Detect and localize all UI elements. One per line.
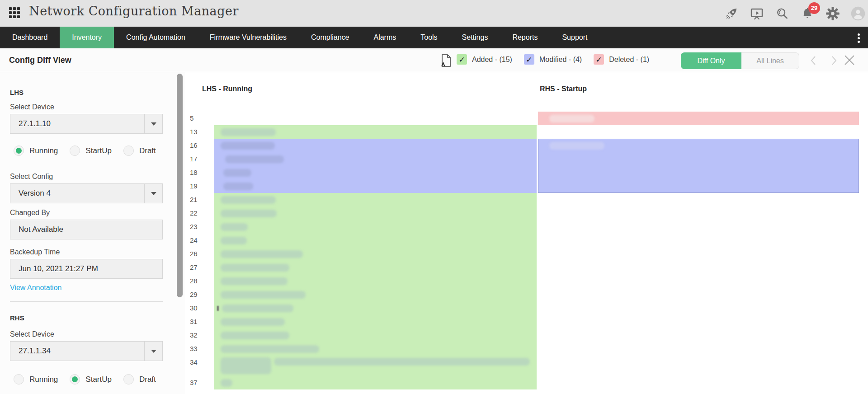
rocket-icon[interactable] (724, 6, 739, 21)
diff-rows: 513161718192122232426272829303132333437 (188, 112, 866, 389)
radio-circle[interactable] (123, 145, 134, 156)
legend-label: Added - (15) (472, 56, 512, 64)
radio-startup[interactable]: StartUp (70, 374, 112, 385)
diff-row-line-16: 16 (188, 139, 866, 152)
rhs-config-type-radios: RunningStartUpDraft (14, 374, 156, 385)
radio-circle[interactable] (14, 374, 24, 385)
lhs-config-value: Version 4 (19, 189, 51, 198)
nav-item-alarms[interactable]: Alarms (361, 27, 408, 48)
gear-icon[interactable] (826, 6, 840, 21)
modified-checkbox[interactable]: ✓ (524, 54, 534, 65)
diff-cell-lhs (214, 376, 537, 389)
diff-cell-rhs (538, 376, 859, 389)
line-number: 5 (188, 112, 200, 125)
line-number: 37 (188, 376, 200, 389)
lhs-device-label: Select Device (10, 103, 54, 111)
diff-row-line-17: 17 (188, 152, 866, 166)
radio-startup[interactable]: StartUp (70, 145, 112, 156)
line-number: 33 (188, 342, 200, 356)
line-number: 21 (188, 193, 200, 206)
radio-circle[interactable] (70, 374, 80, 385)
redacted-config-text (274, 358, 530, 366)
radio-running[interactable]: Running (14, 374, 58, 385)
nav-item-compliance[interactable]: Compliance (299, 27, 361, 48)
radio-running[interactable]: Running (14, 145, 58, 156)
line-number: 17 (188, 152, 200, 166)
nav-items: DashboardInventoryConfig AutomationFirmw… (0, 27, 599, 48)
network-configuration-manager-app: Network Configuration Manager (0, 0, 868, 394)
diff-cell-rhs (538, 139, 859, 152)
diff-cell-rhs (538, 166, 859, 179)
nav-item-dashboard[interactable]: Dashboard (0, 27, 60, 48)
radio-circle[interactable] (14, 145, 24, 156)
radio-label: Draft (139, 375, 156, 384)
close-icon[interactable] (844, 54, 855, 68)
diff-cell-lhs (214, 139, 537, 152)
nav-item-firmware-vulnerabilities[interactable]: Firmware Vulnerabilities (198, 27, 299, 48)
legend-added: ✓Added - (15) (457, 54, 512, 65)
search-icon[interactable] (775, 6, 789, 21)
deleted-checkbox[interactable]: ✓ (594, 54, 604, 65)
diff-cell-rhs (538, 234, 859, 247)
nav-item-inventory[interactable]: Inventory (60, 27, 114, 48)
redacted-config-text (221, 210, 277, 217)
changed-by-field: Not Available (10, 220, 163, 239)
all-lines-button[interactable]: All Lines (741, 52, 799, 69)
diff-cell-lhs (214, 247, 537, 261)
app-header: Network Configuration Manager (0, 0, 868, 27)
chevron-left-icon[interactable] (809, 55, 817, 68)
nav-item-reports[interactable]: Reports (500, 27, 550, 48)
diff-cell-rhs (538, 247, 859, 261)
added-checkbox[interactable]: ✓ (457, 54, 467, 65)
diff-row-line-27: 27 (188, 261, 866, 274)
radio-circle[interactable] (70, 145, 80, 156)
rhs-device-label: Select Device (10, 330, 54, 338)
diff-cell-lhs (214, 315, 537, 328)
diff-sidebar: LHS Select Device 27.1.1.10 RunningStart… (0, 72, 185, 394)
nav-item-settings[interactable]: Settings (450, 27, 500, 48)
nav-item-support[interactable]: Support (550, 27, 599, 48)
radio-draft[interactable]: Draft (123, 145, 156, 156)
page-title: Config Diff View (9, 56, 71, 65)
diff-cell-lhs (214, 193, 537, 206)
chevron-down-icon[interactable] (144, 184, 162, 203)
redacted-config-text (221, 357, 271, 374)
diff-cell-rhs (538, 193, 859, 206)
redacted-config-text (549, 115, 594, 122)
diff-cell-lhs (214, 112, 537, 125)
diff-legend: ✓Added - (15)✓Modified - (4)✓Deleted - (… (457, 54, 661, 65)
redacted-config-text (221, 345, 319, 353)
diff-cell-lhs (214, 274, 537, 288)
diff-only-button[interactable]: Diff Only (681, 52, 741, 69)
radio-label: Running (29, 146, 58, 155)
radio-draft[interactable]: Draft (123, 374, 156, 385)
bell-icon[interactable]: 29 (800, 6, 815, 21)
radio-label: StartUp (85, 146, 112, 155)
presentation-icon[interactable] (750, 6, 764, 21)
lhs-section-label: LHS (10, 89, 24, 96)
diff-cell-lhs (214, 179, 537, 193)
diff-cell-lhs (214, 301, 537, 315)
view-annotation-link[interactable]: View Annotation (10, 284, 61, 292)
nav-item-config-automation[interactable]: Config Automation (114, 27, 198, 48)
redacted-config-text (221, 318, 285, 326)
redacted-config-text (221, 223, 248, 231)
lhs-config-select[interactable]: Version 4 (10, 183, 163, 203)
nav-item-tools[interactable]: Tools (408, 27, 449, 48)
lhs-device-select[interactable]: 27.1.1.10 (10, 114, 163, 134)
sidebar-scrollbar-thumb[interactable] (177, 74, 183, 297)
redacted-config-text (221, 379, 232, 387)
line-number: 16 (188, 139, 200, 152)
chevron-down-icon[interactable] (144, 342, 162, 361)
apps-grid-icon[interactable] (9, 7, 21, 19)
radio-circle[interactable] (123, 374, 134, 385)
export-pdf-icon[interactable] (440, 54, 452, 69)
redacted-config-text (221, 291, 306, 299)
overflow-menu-icon[interactable] (855, 31, 862, 45)
subheader: Config Diff View ✓Added - (15)✓Modified … (0, 48, 868, 72)
line-number: 30 (188, 301, 200, 315)
chevron-right-icon[interactable] (830, 55, 838, 68)
chevron-down-icon[interactable] (144, 114, 162, 133)
avatar[interactable] (851, 6, 865, 21)
rhs-device-select[interactable]: 27.1.1.34 (10, 341, 163, 361)
